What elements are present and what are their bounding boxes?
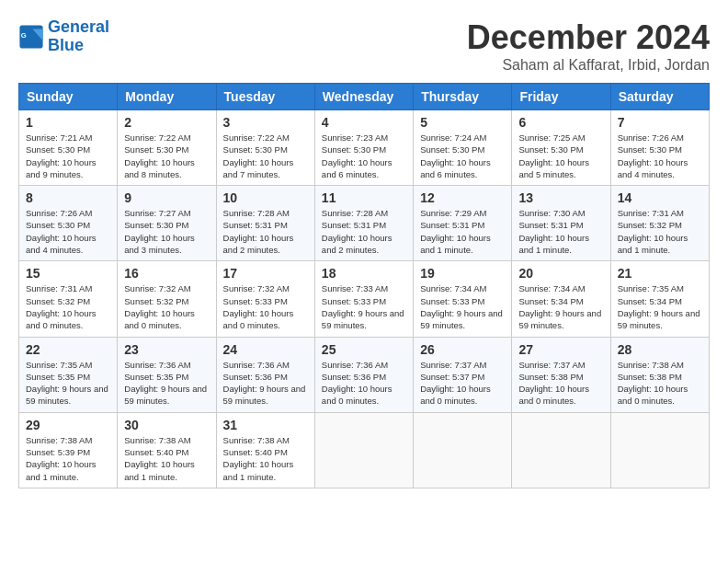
calendar-cell: 10Sunrise: 7:28 AM Sunset: 5:31 PM Dayli… bbox=[216, 186, 314, 261]
calendar-cell: 31Sunrise: 7:38 AM Sunset: 5:40 PM Dayli… bbox=[216, 412, 314, 488]
col-header-monday: Monday bbox=[118, 84, 216, 110]
logo-text: General Blue bbox=[48, 18, 109, 55]
day-info: Sunrise: 7:32 AM Sunset: 5:33 PM Dayligh… bbox=[223, 282, 308, 331]
day-info: Sunrise: 7:28 AM Sunset: 5:31 PM Dayligh… bbox=[223, 207, 308, 256]
col-header-thursday: Thursday bbox=[414, 84, 512, 110]
day-info: Sunrise: 7:37 AM Sunset: 5:38 PM Dayligh… bbox=[518, 359, 603, 408]
col-header-sunday: Sunday bbox=[19, 84, 118, 110]
day-number: 20 bbox=[518, 266, 603, 281]
calendar-cell: 21Sunrise: 7:35 AM Sunset: 5:34 PM Dayli… bbox=[610, 261, 709, 337]
day-info: Sunrise: 7:22 AM Sunset: 5:30 PM Dayligh… bbox=[223, 132, 308, 180]
day-info: Sunrise: 7:34 AM Sunset: 5:33 PM Dayligh… bbox=[420, 282, 505, 331]
day-info: Sunrise: 7:35 AM Sunset: 5:35 PM Dayligh… bbox=[26, 359, 110, 408]
col-header-wednesday: Wednesday bbox=[314, 84, 413, 110]
day-number: 24 bbox=[223, 342, 308, 357]
day-number: 9 bbox=[124, 190, 209, 205]
calendar-cell: 20Sunrise: 7:34 AM Sunset: 5:34 PM Dayli… bbox=[512, 261, 610, 337]
calendar-cell: 13Sunrise: 7:30 AM Sunset: 5:31 PM Dayli… bbox=[512, 186, 610, 261]
day-info: Sunrise: 7:36 AM Sunset: 5:36 PM Dayligh… bbox=[223, 359, 308, 408]
day-info: Sunrise: 7:24 AM Sunset: 5:30 PM Dayligh… bbox=[420, 132, 505, 180]
calendar-cell: 6Sunrise: 7:25 AM Sunset: 5:30 PM Daylig… bbox=[512, 110, 610, 186]
calendar-cell: 1Sunrise: 7:21 AM Sunset: 5:30 PM Daylig… bbox=[19, 110, 118, 186]
day-info: Sunrise: 7:37 AM Sunset: 5:37 PM Dayligh… bbox=[420, 359, 505, 408]
calendar-cell: 23Sunrise: 7:36 AM Sunset: 5:35 PM Dayli… bbox=[118, 337, 216, 412]
day-number: 15 bbox=[26, 266, 110, 281]
calendar-week-5: 29Sunrise: 7:38 AM Sunset: 5:39 PM Dayli… bbox=[19, 412, 710, 488]
calendar-cell: 8Sunrise: 7:26 AM Sunset: 5:30 PM Daylig… bbox=[19, 186, 118, 261]
day-number: 21 bbox=[618, 266, 702, 281]
day-info: Sunrise: 7:38 AM Sunset: 5:40 PM Dayligh… bbox=[223, 434, 308, 483]
day-number: 26 bbox=[420, 342, 505, 357]
day-info: Sunrise: 7:23 AM Sunset: 5:30 PM Dayligh… bbox=[322, 132, 406, 180]
col-header-saturday: Saturday bbox=[610, 84, 709, 110]
page-header: G General Blue December 2024 Saham al Ka… bbox=[18, 18, 710, 74]
day-info: Sunrise: 7:38 AM Sunset: 5:38 PM Dayligh… bbox=[618, 359, 702, 408]
day-number: 13 bbox=[518, 190, 603, 205]
calendar-cell: 15Sunrise: 7:31 AM Sunset: 5:32 PM Dayli… bbox=[19, 261, 118, 337]
calendar-week-4: 22Sunrise: 7:35 AM Sunset: 5:35 PM Dayli… bbox=[19, 337, 710, 412]
day-info: Sunrise: 7:26 AM Sunset: 5:30 PM Dayligh… bbox=[26, 207, 110, 256]
day-number: 5 bbox=[420, 115, 505, 130]
calendar-cell: 29Sunrise: 7:38 AM Sunset: 5:39 PM Dayli… bbox=[19, 412, 118, 488]
calendar-cell bbox=[414, 412, 512, 488]
day-info: Sunrise: 7:34 AM Sunset: 5:34 PM Dayligh… bbox=[518, 282, 603, 331]
day-info: Sunrise: 7:26 AM Sunset: 5:30 PM Dayligh… bbox=[618, 132, 702, 180]
calendar-cell: 5Sunrise: 7:24 AM Sunset: 5:30 PM Daylig… bbox=[414, 110, 512, 186]
calendar-cell: 22Sunrise: 7:35 AM Sunset: 5:35 PM Dayli… bbox=[19, 337, 118, 412]
day-number: 17 bbox=[223, 266, 308, 281]
day-number: 18 bbox=[322, 266, 406, 281]
col-header-tuesday: Tuesday bbox=[216, 84, 314, 110]
logo: G General Blue bbox=[18, 18, 109, 55]
col-header-friday: Friday bbox=[512, 84, 610, 110]
calendar-cell: 24Sunrise: 7:36 AM Sunset: 5:36 PM Dayli… bbox=[216, 337, 314, 412]
day-info: Sunrise: 7:33 AM Sunset: 5:33 PM Dayligh… bbox=[322, 282, 406, 331]
day-info: Sunrise: 7:27 AM Sunset: 5:30 PM Dayligh… bbox=[124, 207, 209, 256]
calendar-header-row: SundayMondayTuesdayWednesdayThursdayFrid… bbox=[19, 84, 710, 110]
day-info: Sunrise: 7:32 AM Sunset: 5:32 PM Dayligh… bbox=[124, 282, 209, 331]
day-number: 22 bbox=[26, 342, 110, 357]
calendar-cell: 12Sunrise: 7:29 AM Sunset: 5:31 PM Dayli… bbox=[414, 186, 512, 261]
day-info: Sunrise: 7:25 AM Sunset: 5:30 PM Dayligh… bbox=[518, 132, 603, 180]
day-number: 7 bbox=[618, 115, 702, 130]
day-info: Sunrise: 7:38 AM Sunset: 5:39 PM Dayligh… bbox=[26, 434, 110, 483]
calendar-cell: 30Sunrise: 7:38 AM Sunset: 5:40 PM Dayli… bbox=[118, 412, 216, 488]
day-number: 2 bbox=[124, 115, 209, 130]
day-number: 29 bbox=[26, 418, 110, 432]
calendar-cell: 17Sunrise: 7:32 AM Sunset: 5:33 PM Dayli… bbox=[216, 261, 314, 337]
day-info: Sunrise: 7:38 AM Sunset: 5:40 PM Dayligh… bbox=[124, 434, 209, 483]
day-info: Sunrise: 7:30 AM Sunset: 5:31 PM Dayligh… bbox=[518, 207, 603, 256]
day-number: 11 bbox=[322, 190, 406, 205]
calendar: SundayMondayTuesdayWednesdayThursdayFrid… bbox=[18, 83, 710, 488]
calendar-cell: 18Sunrise: 7:33 AM Sunset: 5:33 PM Dayli… bbox=[314, 261, 413, 337]
calendar-cell bbox=[512, 412, 610, 488]
day-info: Sunrise: 7:36 AM Sunset: 5:35 PM Dayligh… bbox=[124, 359, 209, 408]
calendar-cell: 19Sunrise: 7:34 AM Sunset: 5:33 PM Dayli… bbox=[414, 261, 512, 337]
day-number: 1 bbox=[26, 115, 110, 130]
calendar-week-3: 15Sunrise: 7:31 AM Sunset: 5:32 PM Dayli… bbox=[19, 261, 710, 337]
day-number: 4 bbox=[322, 115, 406, 130]
day-number: 16 bbox=[124, 266, 209, 281]
day-number: 31 bbox=[223, 418, 308, 432]
calendar-cell: 2Sunrise: 7:22 AM Sunset: 5:30 PM Daylig… bbox=[118, 110, 216, 186]
calendar-cell: 9Sunrise: 7:27 AM Sunset: 5:30 PM Daylig… bbox=[118, 186, 216, 261]
day-number: 10 bbox=[223, 190, 308, 205]
calendar-cell bbox=[610, 412, 709, 488]
day-number: 3 bbox=[223, 115, 308, 130]
logo-icon: G bbox=[18, 24, 44, 50]
title-section: December 2024 Saham al Kaffarat, Irbid, … bbox=[467, 18, 710, 74]
day-info: Sunrise: 7:28 AM Sunset: 5:31 PM Dayligh… bbox=[322, 207, 406, 256]
calendar-cell: 7Sunrise: 7:26 AM Sunset: 5:30 PM Daylig… bbox=[610, 110, 709, 186]
day-number: 14 bbox=[618, 190, 702, 205]
calendar-week-2: 8Sunrise: 7:26 AM Sunset: 5:30 PM Daylig… bbox=[19, 186, 710, 261]
day-number: 19 bbox=[420, 266, 505, 281]
calendar-cell: 4Sunrise: 7:23 AM Sunset: 5:30 PM Daylig… bbox=[314, 110, 413, 186]
calendar-cell: 14Sunrise: 7:31 AM Sunset: 5:32 PM Dayli… bbox=[610, 186, 709, 261]
calendar-cell bbox=[314, 412, 413, 488]
day-info: Sunrise: 7:36 AM Sunset: 5:36 PM Dayligh… bbox=[322, 359, 406, 408]
day-number: 6 bbox=[518, 115, 603, 130]
day-info: Sunrise: 7:21 AM Sunset: 5:30 PM Dayligh… bbox=[26, 132, 110, 180]
location: Saham al Kaffarat, Irbid, Jordan bbox=[467, 57, 710, 74]
day-info: Sunrise: 7:35 AM Sunset: 5:34 PM Dayligh… bbox=[618, 282, 702, 331]
day-number: 23 bbox=[124, 342, 209, 357]
day-number: 30 bbox=[124, 418, 209, 432]
